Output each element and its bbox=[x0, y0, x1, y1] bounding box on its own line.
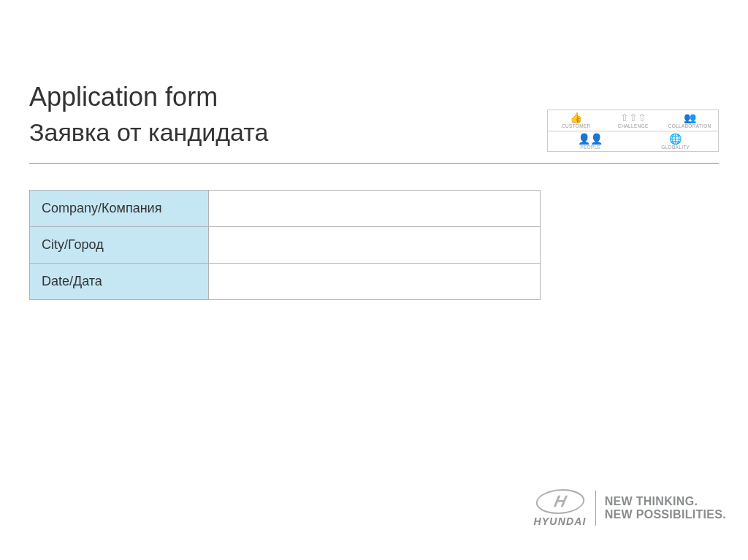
globe-icon: 🌐 bbox=[669, 133, 682, 145]
value-label: CHALLENGE bbox=[617, 124, 648, 129]
field-label-date: Date/Дата bbox=[30, 263, 209, 299]
field-value-city[interactable] bbox=[209, 226, 541, 263]
value-people: 👤👤 PEOPLE bbox=[548, 133, 633, 150]
table-row: Date/Дата bbox=[30, 263, 541, 299]
field-value-company[interactable] bbox=[209, 190, 541, 226]
footer-divider bbox=[595, 491, 596, 526]
field-label-company: Company/Компания bbox=[30, 190, 209, 226]
value-customer: 👍 CUSTOMER bbox=[548, 112, 605, 129]
field-value-date[interactable] bbox=[209, 263, 541, 299]
value-label: CUSTOMER bbox=[562, 124, 590, 129]
thumbs-up-icon: 👍 bbox=[570, 112, 582, 123]
title-english: Application form bbox=[29, 80, 719, 113]
value-globality: 🌐 GLOBALITY bbox=[633, 133, 719, 150]
tagline: NEW THINKING. NEW POSSIBILITIES. bbox=[605, 495, 726, 522]
value-label: GLOBALITY bbox=[661, 145, 690, 150]
arrows-up-icon: ⇧⇧⇧ bbox=[620, 112, 646, 123]
hyundai-logo-icon: H bbox=[533, 489, 587, 514]
value-challenge: ⇧⇧⇧ CHALLENGE bbox=[605, 112, 662, 129]
hyundai-logo: H HYUNDAI bbox=[534, 489, 587, 527]
value-collaboration: 👥 COLLABORATION bbox=[661, 112, 718, 129]
people-icon: 👥 bbox=[684, 112, 696, 123]
persons-icon: 👤👤 bbox=[578, 133, 603, 145]
value-label: PEOPLE bbox=[580, 145, 600, 150]
table-row: City/Город bbox=[30, 226, 541, 263]
footer: H HYUNDAI NEW THINKING. NEW POSSIBILITIE… bbox=[534, 489, 727, 527]
hyundai-wordmark: HYUNDAI bbox=[534, 515, 587, 527]
value-label: COLLABORATION bbox=[668, 124, 711, 129]
core-values-graphic: 👍 CUSTOMER ⇧⇧⇧ CHALLENGE 👥 COLLABORATION… bbox=[547, 110, 719, 175]
field-label-city: City/Город bbox=[30, 226, 209, 263]
application-form-table: Company/Компания City/Город Date/Дата bbox=[29, 190, 541, 300]
table-row: Company/Компания bbox=[30, 190, 541, 226]
tagline-line-2: NEW POSSIBILITIES. bbox=[605, 508, 726, 521]
tagline-line-1: NEW THINKING. bbox=[605, 495, 726, 508]
